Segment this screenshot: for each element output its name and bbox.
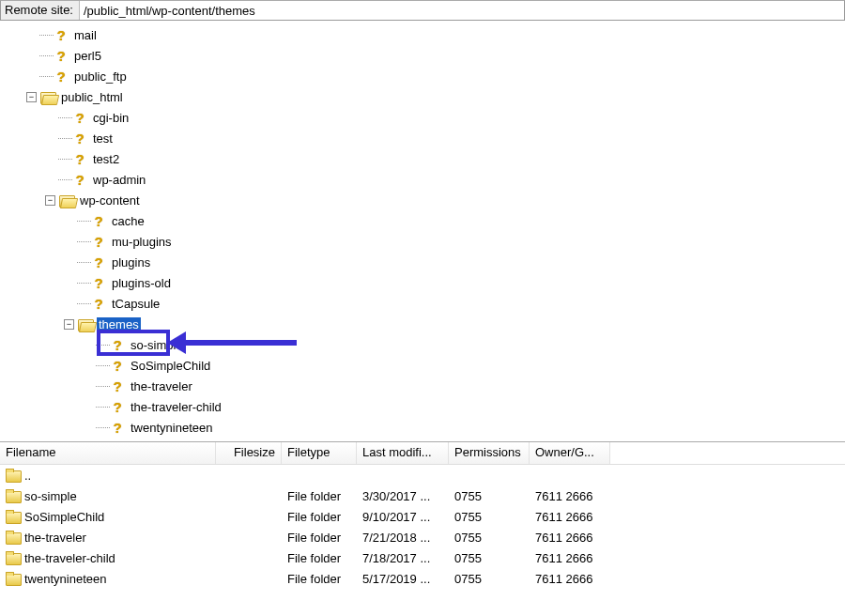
remote-tree: ?mail?perl5?public_ftp−public_html?cgi-b… <box>0 21 845 441</box>
tree-node-label[interactable]: plugins-old <box>110 276 173 290</box>
tree-row[interactable]: ?test <box>0 128 845 148</box>
tree-connector <box>77 221 91 222</box>
tree-row[interactable]: ?cgi-bin <box>0 107 845 128</box>
list-filename: .. <box>24 469 31 483</box>
path-input[interactable] <box>80 1 844 20</box>
list-cell-own: 7611 2666 <box>530 551 610 565</box>
tree-row[interactable]: ?cache <box>0 210 845 231</box>
tree-row[interactable]: ?tCapsule <box>0 293 845 314</box>
tree-node-label[interactable]: perl5 <box>72 49 103 63</box>
list-cell-perm: 0755 <box>449 551 530 565</box>
unknown-icon: ? <box>91 234 106 249</box>
tree-row[interactable]: ?wp-admin <box>0 169 845 190</box>
unknown-icon: ? <box>110 337 125 352</box>
tree-node-label[interactable]: public_ftp <box>72 69 129 84</box>
list-cell-perm: 0755 <box>449 531 530 545</box>
tree-row[interactable]: −themes <box>0 314 845 334</box>
tree-row[interactable]: −wp-content <box>0 190 845 210</box>
folder-icon <box>6 470 21 482</box>
tree-connector <box>39 35 54 36</box>
unknown-icon: ? <box>91 213 106 228</box>
list-cell-mod: 7/18/2017 ... <box>357 551 449 565</box>
list-row[interactable]: the-traveler-childFile folder7/18/2017 .… <box>0 547 845 568</box>
list-filename: SoSimpleChild <box>24 510 104 524</box>
tree-connector <box>77 283 91 284</box>
unknown-icon: ? <box>54 69 69 84</box>
unknown-icon: ? <box>54 27 69 42</box>
list-filename: so-simple <box>24 489 77 503</box>
tree-connector <box>39 55 54 56</box>
remote-file-list: Filename Filesize Filetype Last modifi..… <box>0 441 845 589</box>
tree-row[interactable]: ?twentynineteen <box>0 417 845 438</box>
tree-toggle[interactable]: − <box>26 92 37 102</box>
list-cell-mod: 5/17/2019 ... <box>357 572 449 586</box>
list-cell-own: 7611 2666 <box>530 572 610 586</box>
unknown-icon: ? <box>91 275 106 290</box>
col-filename[interactable]: Filename <box>0 442 216 464</box>
tree-connector <box>96 427 110 428</box>
tree-row[interactable]: ?public_ftp <box>0 66 845 86</box>
list-cell-perm: 0755 <box>449 510 530 524</box>
list-cell-type: File folder <box>282 572 357 586</box>
list-cell-type: File folder <box>282 531 357 545</box>
tree-toggle[interactable]: − <box>45 195 55 206</box>
folder-icon <box>6 490 21 502</box>
tree-node-label[interactable]: SoSimpleChild <box>129 359 212 373</box>
tree-connector <box>96 345 110 346</box>
col-last-modified[interactable]: Last modifi... <box>357 442 449 464</box>
tree-node-label[interactable]: themes <box>97 317 141 331</box>
tree-row[interactable]: ?perl5 <box>0 45 845 66</box>
list-filename: twentynineteen <box>24 572 106 586</box>
list-row[interactable]: .. <box>0 465 845 485</box>
tree-node-label[interactable]: plugins <box>110 255 152 270</box>
col-filetype[interactable]: Filetype <box>282 442 357 464</box>
tree-row[interactable]: ?the-traveler <box>0 376 845 396</box>
tree-node-label[interactable]: test <box>91 131 115 146</box>
folder-icon <box>6 552 21 564</box>
tree-node-label[interactable]: the-traveler-child <box>129 400 223 414</box>
tree-node-label[interactable]: the-traveler <box>129 379 194 393</box>
tree-node-label[interactable]: public_html <box>59 90 125 104</box>
col-owner-group[interactable]: Owner/G... <box>530 442 610 464</box>
tree-node-label[interactable]: wp-admin <box>91 173 147 187</box>
unknown-icon: ? <box>91 296 106 311</box>
folder-icon <box>6 531 21 544</box>
list-row[interactable]: the-travelerFile folder7/21/2018 ...0755… <box>0 527 845 547</box>
tree-toggle[interactable]: − <box>64 319 74 330</box>
tree-row[interactable]: ?test2 <box>0 148 845 169</box>
folder-open-icon <box>78 318 93 331</box>
tree-row[interactable]: ?SoSimpleChild <box>0 355 845 376</box>
unknown-icon: ? <box>72 151 87 166</box>
tree-row[interactable]: ?mu-plugins <box>0 231 845 252</box>
list-cell-own: 7611 2666 <box>530 531 610 545</box>
tree-node-label[interactable]: twentynineteen <box>129 421 214 435</box>
col-permissions[interactable]: Permissions <box>449 442 530 464</box>
tree-row[interactable]: ?plugins-old <box>0 272 845 293</box>
tree-node-label[interactable]: cache <box>110 214 146 228</box>
list-cell-mod: 3/30/2017 ... <box>357 489 449 503</box>
list-row[interactable]: so-simpleFile folder3/30/2017 ...0755761… <box>0 485 845 506</box>
unknown-icon: ? <box>54 48 69 63</box>
tree-node-label[interactable]: mail <box>72 28 99 42</box>
tree-connector <box>77 241 91 242</box>
tree-node-label[interactable]: cgi-bin <box>91 111 131 125</box>
tree-node-label[interactable]: tCapsule <box>110 297 161 311</box>
tree-row[interactable]: ?so-simple <box>0 334 845 355</box>
tree-node-label[interactable]: mu-plugins <box>110 235 174 249</box>
tree-node-label[interactable]: so-simple <box>129 338 185 352</box>
tree-node-label[interactable]: test2 <box>91 152 121 166</box>
col-filesize[interactable]: Filesize <box>216 442 282 464</box>
tree-connector <box>39 76 54 77</box>
tree-connector <box>77 262 91 263</box>
unknown-icon: ? <box>72 172 87 187</box>
tree-connector <box>77 303 91 304</box>
tree-row[interactable]: −public_html <box>0 86 845 107</box>
tree-row[interactable]: ?the-traveler-child <box>0 396 845 417</box>
folder-icon <box>6 573 21 585</box>
list-row[interactable]: twentynineteenFile folder5/17/2019 ...07… <box>0 568 845 589</box>
list-filename: the-traveler-child <box>24 551 115 565</box>
list-row[interactable]: SoSimpleChildFile folder9/10/2017 ...075… <box>0 506 845 527</box>
tree-row[interactable]: ?plugins <box>0 252 845 272</box>
tree-node-label[interactable]: wp-content <box>78 193 142 208</box>
tree-row[interactable]: ?mail <box>0 24 845 45</box>
